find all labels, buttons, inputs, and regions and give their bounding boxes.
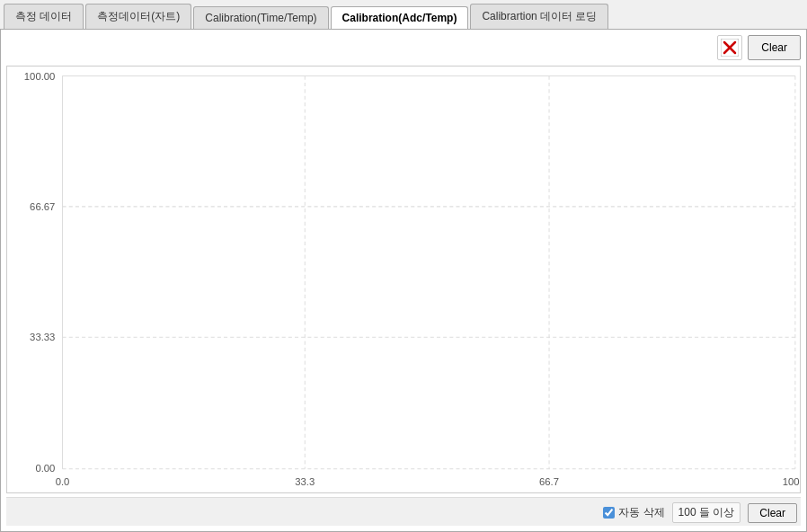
toolbar-row: Clear [6,35,801,60]
svg-text:33.33: 33.33 [30,332,55,342]
svg-text:100.00: 100.00 [24,71,55,82]
clear-button-top[interactable]: Clear [748,35,801,60]
auto-delete-label: 자동 삭제 [618,505,664,520]
tab-calibration-adc-temp[interactable]: Calibration(Adc/Temp) [331,6,469,29]
svg-text:100.0: 100.0 [783,475,800,486]
main-panel: Clear 100.00 66.67 33.33 [0,29,807,532]
auto-delete-checkbox-label[interactable]: 자동 삭제 [603,505,664,520]
tab-측정데이터[interactable]: 측정 데이터 [4,4,84,29]
threshold-display: 100 들 이상 [672,502,741,523]
chart-svg: 100.00 66.67 33.33 0.00 0.0 33.3 66.7 10… [7,66,800,492]
svg-text:33.3: 33.3 [295,475,315,486]
tab-calibration-loading[interactable]: Calibrartion 데이터 로딩 [470,4,608,29]
close-button[interactable] [717,35,742,60]
svg-text:0.00: 0.00 [35,463,55,474]
bottom-bar: 자동 삭제 100 들 이상 Clear [6,497,801,526]
svg-text:0.0: 0.0 [56,475,70,486]
close-icon [721,39,739,57]
tab-calibration-time-temp[interactable]: Calibration(Time/Temp) [193,6,328,29]
clear-button-bottom[interactable]: Clear [748,503,797,523]
auto-delete-checkbox[interactable] [603,507,615,519]
svg-text:66.67: 66.67 [30,201,55,212]
app-container: 측정 데이터 측정데이터(자트) Calibration(Time/Temp) … [0,0,807,532]
tab-bar: 측정 데이터 측정데이터(자트) Calibration(Time/Temp) … [0,0,807,29]
tab-측정데이터차트[interactable]: 측정데이터(자트) [85,4,191,29]
svg-text:66.7: 66.7 [539,475,559,486]
chart-area: 100.00 66.67 33.33 0.00 0.0 33.3 66.7 10… [6,66,801,493]
